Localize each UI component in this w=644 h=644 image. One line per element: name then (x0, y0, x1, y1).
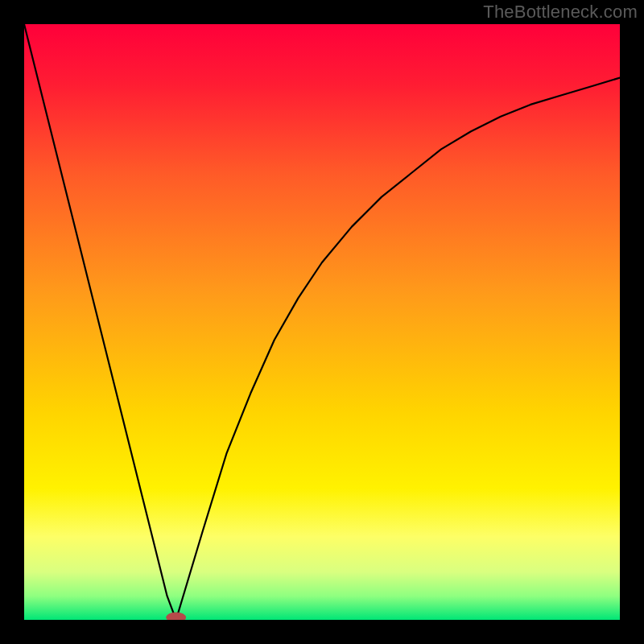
plot-area (24, 24, 620, 620)
minimum-marker (167, 613, 186, 620)
chart-frame: TheBottleneck.com (0, 0, 644, 644)
curve-layer (24, 24, 620, 620)
watermark-text: TheBottleneck.com (483, 2, 638, 23)
bottleneck-curve (24, 24, 620, 620)
